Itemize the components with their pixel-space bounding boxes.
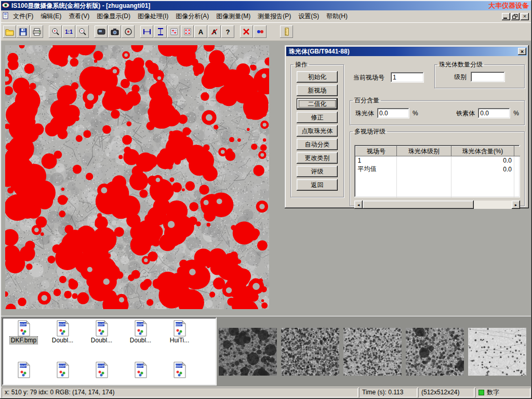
toolbar-zoom-in-button[interactable] xyxy=(49,25,62,38)
level-input[interactable] xyxy=(471,72,505,82)
toolbar-caliper-v-button[interactable] xyxy=(154,25,167,38)
svg-text:BMP: BMP xyxy=(19,323,26,326)
table-hscrollbar[interactable]: ◄ ► xyxy=(354,201,520,209)
file-item[interactable]: BMP xyxy=(160,362,199,385)
current-field-row: 当前视场号 xyxy=(353,72,424,83)
menu-image-display[interactable]: 图像显示(D) xyxy=(93,10,134,22)
op-init-button[interactable]: 初始化 xyxy=(297,71,338,83)
toolbar-grid-count-button[interactable] xyxy=(181,25,194,38)
toolbar-grab-frame-button[interactable] xyxy=(95,25,108,38)
svg-text:BMP: BMP xyxy=(175,364,182,368)
file-item-dkfbmp[interactable]: BMPDKF.bmp xyxy=(4,320,43,344)
menu-image-measure[interactable]: 图像测量(M) xyxy=(212,10,254,22)
toolbar-caliper-h-button[interactable] xyxy=(140,25,153,38)
op-correct-button[interactable]: 修正 xyxy=(297,112,338,123)
toolbar-phase-analysis-button[interactable] xyxy=(254,25,267,38)
file-item[interactable]: BMP xyxy=(82,362,121,385)
metallograph-image[interactable] xyxy=(5,45,269,309)
op-rate-button[interactable]: 评级 xyxy=(297,166,338,177)
file-name: HuiTi... xyxy=(169,337,191,344)
grid-dots-icon xyxy=(183,28,192,36)
file-item[interactable]: BMP xyxy=(43,362,82,385)
op-back-button[interactable]: 返回 xyxy=(297,179,338,191)
zoom-out-icon xyxy=(78,28,87,36)
status-mode: 数字 xyxy=(475,388,530,397)
thumbnail-5[interactable] xyxy=(468,328,526,376)
menu-items: 文件(F)编辑(E)查看(V)图像显示(D)图像处理(I)图像分析(A)图像测量… xyxy=(9,10,351,22)
menu-settings[interactable]: 设置(S) xyxy=(295,10,323,22)
bmp-file-icon: BMP xyxy=(4,362,43,378)
dots-icon xyxy=(256,28,264,35)
pearlite-percent-input[interactable] xyxy=(377,108,409,118)
op-new-field-button[interactable]: 新视场 xyxy=(297,85,338,96)
toolbar-zoom-out-button[interactable] xyxy=(76,25,89,38)
toolbar-print-button[interactable] xyxy=(30,25,43,38)
titlebar[interactable]: IS100显微摄像系统(金相分析版) - [zhuguangti01] 大丰仪器… xyxy=(1,1,531,10)
ferrite-percent-input[interactable] xyxy=(478,108,510,118)
menu-file[interactable]: 文件(F) xyxy=(9,10,37,22)
menu-edit[interactable]: 编辑(E) xyxy=(37,10,65,22)
thumbnail-3[interactable] xyxy=(343,328,402,376)
op-pick-pearlite-button[interactable]: 点取珠光体 xyxy=(297,125,338,137)
toolbar-open-button[interactable] xyxy=(3,25,16,38)
op-change-class-button[interactable]: 更改类别 xyxy=(297,152,338,164)
vendor-text: 大丰仪器设备 xyxy=(488,1,529,10)
table-row[interactable]: 10.0 xyxy=(356,156,521,165)
menu-view[interactable]: 查看(V) xyxy=(65,10,93,22)
floppy-icon xyxy=(19,28,27,36)
toolbar-save-button[interactable] xyxy=(17,25,30,38)
file-item[interactable]: BMP xyxy=(4,362,43,385)
field-number-label: 当前视场号 xyxy=(353,73,384,82)
grid-red-icon xyxy=(170,28,178,36)
mdi-close-button[interactable]: × xyxy=(521,13,529,20)
percent-group-label: 百分含量 xyxy=(353,96,381,105)
scrollbar-track[interactable] xyxy=(363,201,512,209)
toolbar-actual-size-button[interactable]: 1:1 xyxy=(62,25,75,38)
file-item[interactable]: BMP xyxy=(121,362,160,385)
scrollbar-thumb[interactable] xyxy=(363,201,474,209)
file-item-doubl[interactable]: BMPDoubl... xyxy=(121,320,160,344)
bmp-file-icon: BMP xyxy=(82,362,121,378)
dialog-close-button[interactable]: × xyxy=(518,48,526,55)
toolbar-delete-measure-button[interactable] xyxy=(240,25,253,38)
toolbar-aperture-button[interactable] xyxy=(122,25,135,38)
thumbnail-4[interactable] xyxy=(406,328,464,376)
menubar: 文件(F)编辑(E)查看(V)图像显示(D)图像处理(I)图像分析(A)图像测量… xyxy=(1,10,531,22)
table-row[interactable]: 平均值0.0 xyxy=(356,165,521,174)
svg-text:BMP: BMP xyxy=(136,323,143,326)
mdi-minimize-button[interactable] xyxy=(502,13,510,20)
menu-image-process[interactable]: 图像处理(I) xyxy=(134,10,172,22)
toolbar-annotate-text-button[interactable]: A xyxy=(194,25,207,38)
toolbar-camera-button[interactable] xyxy=(108,25,121,38)
operation-buttons: 初始化新视场二值化修正点取珠光体自动分类更改类别评级返回 xyxy=(291,71,343,191)
file-list[interactable]: BMPDKF.bmpBMPDoubl...BMPDoubl...BMPDoubl… xyxy=(2,317,217,385)
file-row-1: BMPDKF.bmpBMPDoubl...BMPDoubl...BMPDoubl… xyxy=(4,320,216,344)
scroll-left-button[interactable]: ◄ xyxy=(354,201,363,209)
mdi-restore-button[interactable] xyxy=(511,13,520,20)
mdi-child-icon[interactable] xyxy=(2,12,9,21)
bmp-file-icon: BMP xyxy=(121,320,160,337)
menu-image-analysis[interactable]: 图像分析(A) xyxy=(172,10,212,22)
toolbar-separator xyxy=(267,25,280,38)
file-item-doubl[interactable]: BMPDoubl... xyxy=(82,320,121,344)
toolbar-ruler-button[interactable] xyxy=(280,25,293,38)
question-icon: ? xyxy=(226,28,230,36)
toolbar-separator xyxy=(135,25,140,38)
rating-table-area[interactable]: 视场号珠光体级别珠光体含量(%)铁素10.0平均值0.0 xyxy=(354,145,520,197)
op-auto-classify-button[interactable]: 自动分类 xyxy=(297,139,338,150)
toolbar-annotate-text-off-button[interactable]: A xyxy=(208,25,221,38)
level-label: 级别 xyxy=(454,73,467,82)
scroll-right-button[interactable]: ► xyxy=(512,201,520,209)
thumbnail-2[interactable] xyxy=(281,328,339,376)
menu-measure-report[interactable]: 测量报告(P) xyxy=(254,10,295,22)
file-name: Doubl... xyxy=(129,337,152,344)
file-item-huiti[interactable]: BMPHuiTi... xyxy=(160,320,199,344)
file-item-doubl[interactable]: BMPDoubl... xyxy=(43,320,82,344)
op-binarize-button[interactable]: 二值化 xyxy=(297,98,338,110)
toolbar-help-button[interactable]: ? xyxy=(221,25,234,38)
field-number-input[interactable] xyxy=(391,72,424,83)
menu-help[interactable]: 帮助(H) xyxy=(323,10,351,22)
dialog-titlebar[interactable]: 珠光体(GB/T9441-88) × xyxy=(286,47,527,56)
toolbar-grid-measure-button[interactable] xyxy=(167,25,180,38)
thumbnail-1[interactable] xyxy=(219,328,277,376)
